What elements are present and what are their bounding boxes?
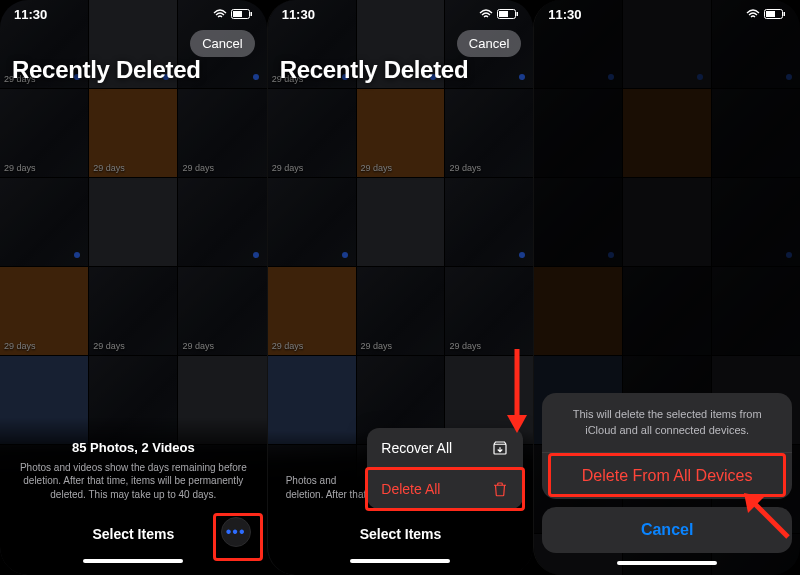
highlight-box xyxy=(213,513,263,561)
sheet-message: This will delete the selected items from… xyxy=(542,393,792,453)
status-indicators xyxy=(746,9,786,20)
svg-rect-10 xyxy=(766,11,775,17)
item-count: 85 Photos, 2 Videos xyxy=(12,440,255,455)
sheet-cancel-button[interactable]: Cancel xyxy=(542,507,792,553)
status-bar: 11:30 xyxy=(0,0,267,28)
status-indicators xyxy=(479,9,519,20)
status-time: 11:30 xyxy=(282,7,315,22)
svg-rect-2 xyxy=(250,12,252,16)
battery-icon xyxy=(231,9,253,20)
battery-icon xyxy=(497,9,519,20)
status-time: 11:30 xyxy=(14,7,47,22)
status-indicators xyxy=(213,9,253,20)
panel-2: 29 days 29 days 29 days 29 days 29 days … xyxy=(267,0,534,575)
highlight-box xyxy=(548,453,786,497)
select-items-button[interactable]: Select Items xyxy=(360,526,442,542)
select-items-button[interactable]: Select Items xyxy=(92,526,174,542)
home-indicator xyxy=(617,561,717,565)
wifi-icon xyxy=(213,9,227,19)
cancel-button[interactable]: Cancel xyxy=(190,30,254,57)
recover-icon xyxy=(491,439,509,457)
status-time: 11:30 xyxy=(548,7,581,22)
svg-rect-4 xyxy=(499,11,508,17)
home-indicator xyxy=(83,559,183,563)
svg-rect-5 xyxy=(517,12,519,16)
battery-icon xyxy=(764,9,786,20)
wifi-icon xyxy=(479,9,493,19)
highlight-box xyxy=(365,467,525,511)
page-title: Recently Deleted xyxy=(12,56,201,84)
svg-rect-11 xyxy=(783,12,785,16)
menu-item-label: Recover All xyxy=(381,440,452,456)
menu-item-recover-all[interactable]: Recover All xyxy=(367,428,523,468)
cancel-button[interactable]: Cancel xyxy=(457,30,521,57)
svg-rect-1 xyxy=(233,11,242,17)
panel-3: 11:30 This will delete the selected item… xyxy=(533,0,800,575)
wifi-icon xyxy=(746,9,760,19)
page-title: Recently Deleted xyxy=(280,56,469,84)
home-indicator xyxy=(350,559,450,563)
status-bar: 11:30 xyxy=(268,0,534,28)
panel-1: 29 days 29 days 29 days 29 days 29 days … xyxy=(0,0,267,575)
status-bar: 11:30 xyxy=(534,0,800,28)
deletion-note: Photos and videos show the days remainin… xyxy=(12,461,255,502)
